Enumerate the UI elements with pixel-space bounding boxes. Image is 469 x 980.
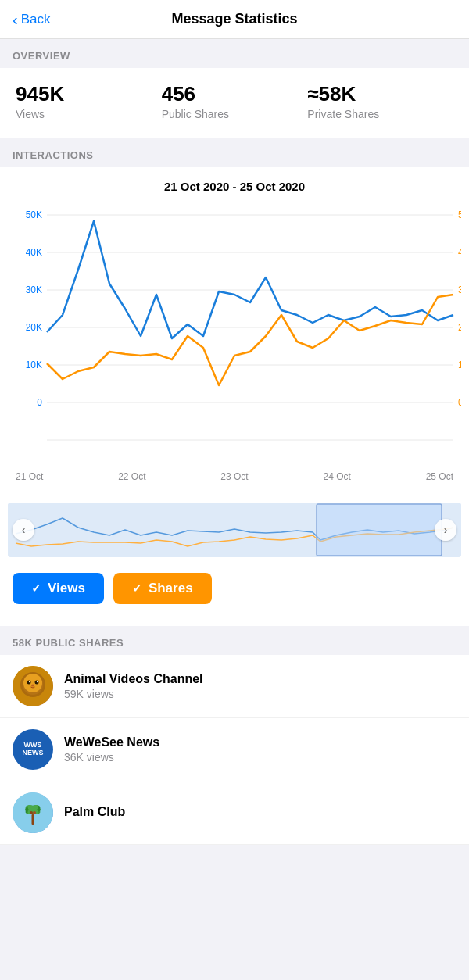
stat-private-shares-value: ≈58K [307, 82, 453, 106]
mini-chart: ‹ › [8, 503, 461, 557]
svg-rect-31 [32, 814, 34, 825]
stat-public-shares-value: 456 [162, 82, 308, 106]
svg-text:5K: 5K [458, 209, 461, 220]
svg-point-25 [27, 681, 31, 685]
svg-point-29 [31, 685, 34, 687]
svg-text:30K: 30K [26, 284, 42, 295]
shares-section-label: 58K PUBLIC SHARES [0, 626, 469, 655]
x-label-24oct: 24 Oct [323, 471, 350, 482]
views-check-icon: ✓ [31, 581, 41, 596]
x-label-21oct: 21 Oct [16, 471, 43, 482]
toggle-buttons: ✓ Views ✓ Shares [0, 563, 469, 617]
overview-section-label: OVERVIEW [0, 39, 469, 68]
stat-public-shares: 456 Public Shares [162, 82, 308, 120]
list-item[interactable]: Palm Club [0, 781, 469, 845]
svg-text:1K: 1K [458, 359, 461, 370]
stat-public-shares-label: Public Shares [162, 108, 308, 120]
share-name: WeWeSee News [64, 735, 456, 749]
stat-private-shares-label: Private Shares [307, 108, 453, 120]
svg-text:20K: 20K [26, 322, 42, 333]
main-chart: 50K 40K 30K 20K 10K 0 5K 4K 3K 2K 1K 0 2… [0, 199, 469, 496]
share-views: 36K views [64, 751, 456, 764]
stat-views-label: Views [16, 108, 162, 120]
share-info: Palm Club [64, 805, 456, 821]
svg-text:10K: 10K [26, 359, 42, 370]
svg-point-27 [29, 681, 30, 683]
list-item[interactable]: WWSNEWS WeWeSee News 36K views [0, 718, 469, 781]
shares-check-icon: ✓ [132, 581, 142, 596]
news-avatar-icon: WWSNEWS [23, 742, 44, 757]
avatar: WWSNEWS [13, 729, 53, 770]
header: ‹ Back Message Statistics [0, 0, 469, 39]
svg-point-38 [33, 811, 36, 814]
x-label-22oct: 22 Oct [118, 471, 145, 482]
interactions-section-label: INTERACTIONS [0, 138, 469, 167]
svg-point-26 [35, 681, 39, 685]
toggle-views-label: Views [48, 581, 85, 596]
stat-views: 945K Views [16, 82, 162, 120]
avatar [13, 792, 53, 833]
avatar [13, 666, 53, 706]
animal-avatar-icon [13, 666, 53, 706]
svg-text:2K: 2K [458, 322, 461, 333]
back-chevron-icon: ‹ [13, 12, 18, 27]
page-title: Message Statistics [171, 11, 297, 27]
toggle-shares-label: Shares [149, 581, 193, 596]
x-labels: 21 Oct 22 Oct 23 Oct 24 Oct 25 Oct [8, 468, 461, 482]
share-info: Animal Videos Channel 59K views [64, 672, 456, 700]
svg-text:0: 0 [458, 397, 461, 408]
list-item[interactable]: Animal Videos Channel 59K views [0, 655, 469, 718]
back-button[interactable]: ‹ Back [13, 12, 50, 27]
toggle-views-button[interactable]: ✓ Views [13, 573, 104, 604]
mini-nav-right-button[interactable]: › [435, 519, 456, 541]
svg-rect-20 [317, 504, 442, 556]
x-label-25oct: 25 Oct [426, 471, 453, 482]
share-name: Palm Club [64, 805, 456, 819]
svg-point-28 [37, 681, 38, 683]
toggle-shares-button[interactable]: ✓ Shares [113, 573, 212, 604]
stat-private-shares: ≈58K Private Shares [307, 82, 453, 120]
svg-text:3K: 3K [458, 284, 461, 295]
svg-text:4K: 4K [458, 247, 461, 258]
chart-title: 21 Oct 2020 - 25 Oct 2020 [0, 167, 469, 199]
shares-section: 58K PUBLIC SHARES [0, 626, 469, 845]
svg-point-37 [30, 811, 33, 814]
share-name: Animal Videos Channel [64, 672, 456, 686]
interactions-card: 21 Oct 2020 - 25 Oct 2020 50K 40K 30K 20… [0, 167, 469, 626]
chart-svg: 50K 40K 30K 20K 10K 0 5K 4K 3K 2K 1K 0 [8, 199, 461, 465]
svg-text:40K: 40K [26, 247, 42, 258]
share-info: WeWeSee News 36K views [64, 735, 456, 764]
palm-avatar-icon [13, 792, 53, 833]
svg-text:0: 0 [37, 397, 42, 408]
x-label-23oct: 23 Oct [220, 471, 248, 482]
svg-text:50K: 50K [26, 209, 42, 220]
mini-chart-svg [8, 503, 461, 557]
back-label: Back [21, 12, 51, 27]
stat-views-value: 945K [16, 82, 162, 106]
share-views: 59K views [64, 688, 456, 700]
shares-list: Animal Videos Channel 59K views WWSNEWS … [0, 655, 469, 845]
mini-nav-left-button[interactable]: ‹ [13, 519, 34, 541]
overview-card: 945K Views 456 Public Shares ≈58K Privat… [0, 68, 469, 138]
svg-point-24 [23, 674, 42, 692]
